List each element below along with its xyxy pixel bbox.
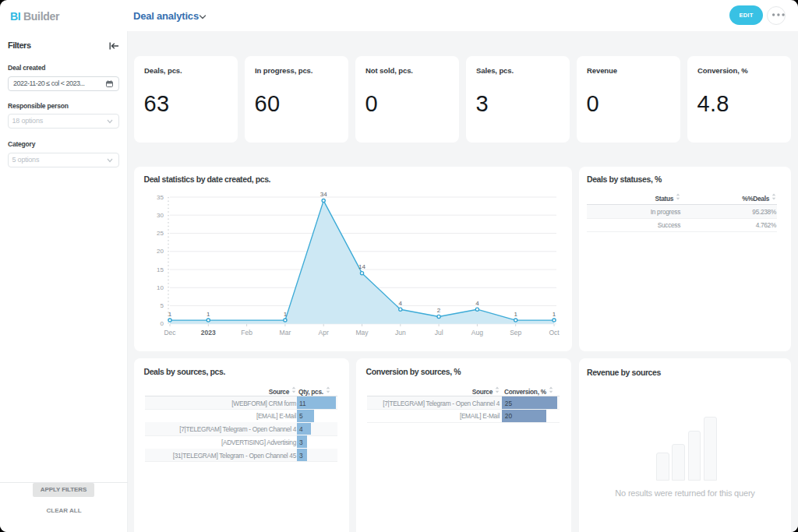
svg-text:35: 35: [157, 194, 164, 201]
svg-text:2: 2: [437, 307, 441, 314]
svg-text:May: May: [355, 329, 369, 336]
svg-text:Jun: Jun: [395, 329, 406, 336]
svg-text:Sep: Sep: [510, 329, 521, 336]
svg-text:15: 15: [157, 266, 164, 273]
svg-text:1: 1: [553, 311, 556, 318]
svg-text:Feb: Feb: [241, 329, 252, 336]
svg-text:1: 1: [284, 311, 288, 318]
svg-text:Jul: Jul: [435, 329, 443, 336]
svg-text:1: 1: [168, 311, 172, 318]
svg-text:4: 4: [399, 300, 403, 307]
svg-text:4: 4: [475, 300, 479, 307]
svg-text:20: 20: [157, 248, 164, 255]
svg-text:14: 14: [358, 263, 365, 270]
svg-text:1: 1: [207, 311, 210, 318]
svg-text:10: 10: [157, 284, 164, 291]
svg-text:Mar: Mar: [280, 329, 291, 336]
svg-text:2023: 2023: [201, 329, 216, 336]
svg-text:Dec: Dec: [164, 329, 176, 336]
svg-text:25: 25: [157, 230, 164, 237]
svg-text:30: 30: [157, 212, 164, 219]
svg-text:5: 5: [161, 302, 164, 309]
svg-text:0: 0: [161, 320, 164, 327]
svg-text:34: 34: [320, 191, 327, 198]
svg-text:Aug: Aug: [471, 329, 483, 336]
svg-text:Apr: Apr: [319, 329, 329, 336]
svg-text:Oct: Oct: [549, 329, 560, 336]
svg-text:1: 1: [514, 311, 517, 318]
